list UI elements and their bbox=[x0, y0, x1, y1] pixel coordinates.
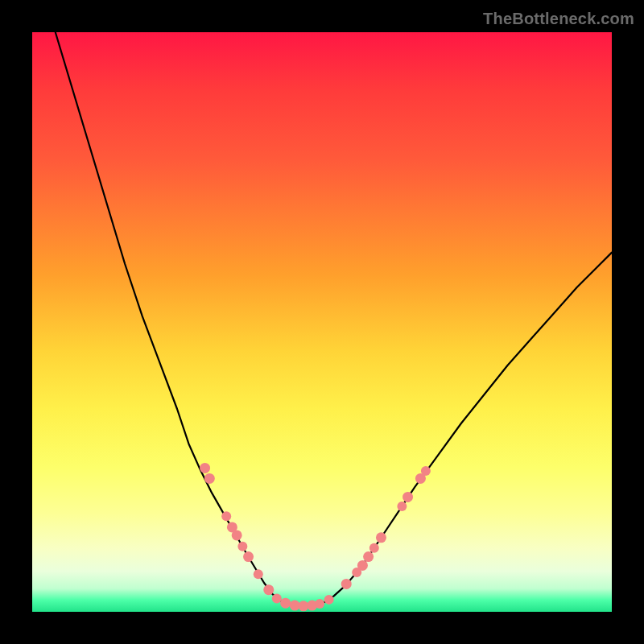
effort-marker bbox=[232, 530, 242, 540]
effort-marker bbox=[243, 551, 254, 562]
effort-marker bbox=[221, 511, 231, 521]
effort-marker bbox=[272, 593, 282, 603]
effort-marker bbox=[363, 551, 374, 562]
chart-container: TheBottleneck.com bbox=[0, 0, 644, 644]
bottleneck-curve bbox=[56, 32, 612, 606]
effort-marker bbox=[376, 532, 386, 543]
effort-marker bbox=[421, 466, 431, 476]
plot-area bbox=[32, 32, 612, 612]
effort-marker bbox=[402, 492, 413, 502]
effort-marker bbox=[200, 463, 210, 473]
effort-marker bbox=[204, 473, 215, 484]
effort-marker bbox=[280, 598, 291, 609]
watermark-label: TheBottleneck.com bbox=[483, 10, 634, 28]
effort-marker bbox=[324, 595, 334, 605]
effort-marker bbox=[357, 560, 368, 571]
effort-markers bbox=[200, 463, 431, 611]
effort-marker bbox=[397, 502, 407, 511]
curve-svg bbox=[32, 32, 612, 612]
effort-marker bbox=[369, 543, 379, 553]
effort-marker bbox=[315, 599, 324, 609]
effort-marker bbox=[254, 569, 263, 579]
effort-marker bbox=[341, 579, 352, 589]
effort-marker bbox=[263, 584, 274, 595]
effort-marker bbox=[237, 542, 247, 551]
